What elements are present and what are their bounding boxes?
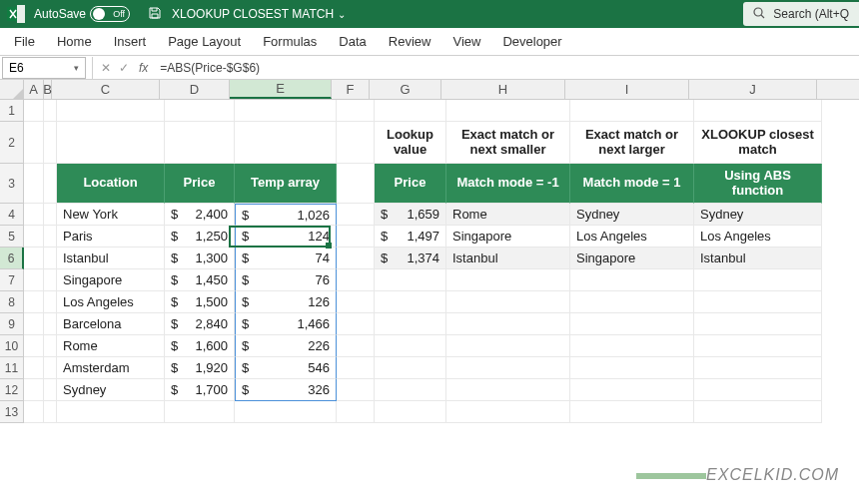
cell[interactable] — [446, 335, 570, 357]
cell-price[interactable]: $1,500 — [165, 291, 235, 313]
cell-price[interactable]: $1,700 — [165, 379, 235, 401]
col-H[interactable]: H — [441, 80, 565, 99]
cell-location[interactable]: Singapore — [57, 269, 165, 291]
cell-price[interactable]: $1,600 — [165, 335, 235, 357]
chevron-down-icon[interactable]: ⌄ — [338, 9, 346, 20]
col-B[interactable]: B — [44, 80, 52, 99]
rowhead-7[interactable]: 7 — [0, 269, 24, 291]
cell-temp-array[interactable]: $546 — [235, 357, 337, 379]
rowhead-11[interactable]: 11 — [0, 357, 24, 379]
cell[interactable] — [44, 335, 57, 357]
cell[interactable] — [446, 401, 570, 423]
cell-price[interactable]: $1,920 — [165, 357, 235, 379]
rowhead-5[interactable]: 5 — [0, 226, 24, 248]
col-header-temp-array[interactable]: Temp array — [235, 164, 337, 204]
cell-price[interactable]: $1,450 — [165, 269, 235, 291]
cell[interactable] — [165, 401, 235, 423]
tab-file[interactable]: File — [14, 34, 35, 49]
cell[interactable] — [44, 401, 57, 423]
cell[interactable] — [44, 164, 57, 204]
cell[interactable] — [44, 291, 57, 313]
cell[interactable] — [375, 269, 446, 291]
save-icon[interactable] — [148, 6, 162, 23]
cell[interactable] — [375, 100, 446, 122]
cell-price[interactable]: $1,300 — [165, 248, 235, 269]
tab-page-layout[interactable]: Page Layout — [168, 34, 241, 49]
chevron-down-icon[interactable]: ▾ — [74, 63, 79, 73]
cell[interactable] — [44, 122, 57, 164]
cell[interactable] — [24, 357, 44, 379]
col-E[interactable]: E — [230, 80, 332, 99]
col-G[interactable]: G — [370, 80, 441, 99]
cell[interactable] — [694, 313, 822, 335]
cell[interactable] — [570, 335, 694, 357]
cell[interactable] — [337, 164, 375, 204]
cell-match-larger[interactable]: Sydney — [570, 204, 694, 226]
cell[interactable] — [44, 379, 57, 401]
cell[interactable] — [694, 335, 822, 357]
name-box[interactable]: E6 ▾ — [2, 57, 86, 79]
cell[interactable] — [235, 122, 337, 164]
cell[interactable] — [337, 401, 375, 423]
cell-location[interactable]: New York — [57, 204, 165, 226]
cell[interactable] — [44, 313, 57, 335]
rowhead-10[interactable]: 10 — [0, 335, 24, 357]
col-D[interactable]: D — [160, 80, 230, 99]
cell[interactable] — [375, 335, 446, 357]
cell[interactable] — [375, 291, 446, 313]
cell-lookup-price[interactable]: $1,659 — [375, 204, 446, 226]
cancel-icon[interactable]: ✕ — [97, 61, 115, 75]
rowhead-4[interactable]: 4 — [0, 204, 24, 226]
cell[interactable] — [694, 269, 822, 291]
rowhead-1[interactable]: 1 — [0, 100, 24, 122]
cell[interactable] — [24, 335, 44, 357]
cell[interactable] — [165, 122, 235, 164]
enter-icon[interactable]: ✓ — [115, 61, 133, 75]
fx-icon[interactable]: fx — [139, 61, 148, 75]
col-I[interactable]: I — [565, 80, 689, 99]
col-header-location[interactable]: Location — [57, 164, 165, 204]
cell[interactable] — [570, 379, 694, 401]
cell[interactable] — [570, 269, 694, 291]
tab-home[interactable]: Home — [57, 34, 92, 49]
cell[interactable] — [375, 313, 446, 335]
cell[interactable] — [337, 379, 375, 401]
cell[interactable] — [44, 357, 57, 379]
cell[interactable] — [375, 401, 446, 423]
cell-location[interactable]: Paris — [57, 226, 165, 248]
cell[interactable] — [446, 313, 570, 335]
cell[interactable] — [375, 379, 446, 401]
cell[interactable] — [44, 248, 57, 269]
cell[interactable] — [446, 357, 570, 379]
cell[interactable] — [337, 122, 375, 164]
cell[interactable] — [24, 379, 44, 401]
excel-app-icon[interactable] — [4, 2, 28, 26]
cell[interactable] — [694, 100, 822, 122]
cell-temp-array[interactable]: $326 — [235, 379, 337, 401]
cell[interactable] — [337, 100, 375, 122]
cell[interactable] — [57, 401, 165, 423]
tab-view[interactable]: View — [452, 34, 480, 49]
formula-input[interactable] — [154, 61, 859, 75]
cell-price[interactable]: $2,400 — [165, 204, 235, 226]
cell[interactable] — [24, 248, 44, 269]
cell-location[interactable]: Rome — [57, 335, 165, 357]
cell[interactable] — [337, 269, 375, 291]
autosave-control[interactable]: AutoSave Off — [34, 6, 130, 22]
cell[interactable] — [446, 269, 570, 291]
header-closest-match[interactable]: XLOOKUP closest match — [694, 122, 822, 164]
cell-location[interactable]: Los Angeles — [57, 291, 165, 313]
cell[interactable] — [446, 291, 570, 313]
col-header-mode-1[interactable]: Match mode = 1 — [570, 164, 694, 204]
cell[interactable] — [570, 401, 694, 423]
cell[interactable] — [337, 335, 375, 357]
cell[interactable] — [694, 357, 822, 379]
cell[interactable] — [337, 291, 375, 313]
cell-match-smaller[interactable]: Istanbul — [446, 248, 570, 269]
rowhead-13[interactable]: 13 — [0, 401, 24, 423]
cell[interactable] — [694, 401, 822, 423]
select-all-corner[interactable] — [0, 80, 24, 99]
cell[interactable] — [446, 100, 570, 122]
rowhead-9[interactable]: 9 — [0, 313, 24, 335]
cell-location[interactable]: Istanbul — [57, 248, 165, 269]
